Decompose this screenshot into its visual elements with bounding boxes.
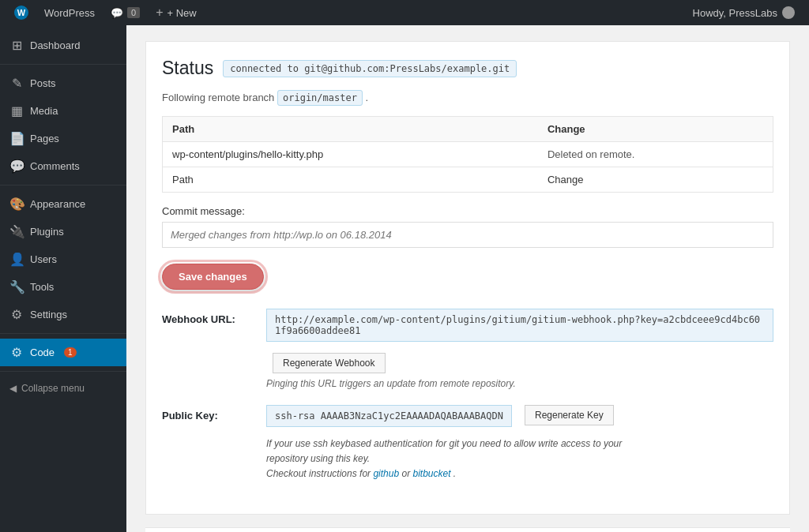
table-cell-path-1: wp-content/plugins/hello-kitty.php — [163, 142, 538, 167]
key-hint-text: If your use ssh keybased authentication … — [266, 436, 773, 482]
active-arrow — [120, 347, 126, 359]
code-badge: 1 — [64, 347, 77, 358]
sidebar-label-settings: Settings — [30, 309, 67, 320]
key-dot: . — [453, 468, 456, 479]
regen-key-button[interactable]: Regenerate Key — [525, 405, 614, 425]
sidebar-item-posts[interactable]: ✎ Posts — [0, 69, 126, 97]
adminbar-new[interactable]: + + New — [148, 0, 205, 25]
sidebar-collapse[interactable]: ◀ Collapse menu — [0, 377, 126, 400]
key-or: or — [401, 468, 410, 479]
avatar — [782, 6, 795, 19]
table-header-row: Path Change — [163, 117, 773, 142]
sidebar-separator-2 — [0, 185, 126, 185]
key-hint-3: Checkout instructions for — [266, 468, 371, 479]
sidebar-separator-1 — [0, 64, 126, 65]
table-cell-change-1: Deleted on remote. — [538, 142, 773, 167]
save-changes-button[interactable]: Save changes — [162, 264, 264, 290]
comments-icon: 💬 — [9, 159, 24, 174]
collapse-arrow-icon: ◀ — [9, 383, 17, 394]
sidebar-label-users: Users — [30, 253, 57, 265]
footer: Thank you for creating with WordPress . … — [145, 527, 790, 532]
commit-section: Commit message: — [162, 205, 773, 248]
pubkey-box: ssh-rsa AAAAB3NzaC1yc2EAAAADAQABAAABAQDN — [266, 405, 512, 427]
pages-icon: 📄 — [9, 131, 24, 146]
content-wrap: Status connected to git@github.com:Press… — [145, 41, 790, 515]
github-link[interactable]: github — [373, 468, 399, 479]
adminbar-howdy[interactable]: Howdy, PressLabs — [685, 6, 803, 19]
status-badge: connected to git@github.com:PressLabs/ex… — [223, 60, 517, 77]
commit-label: Commit message: — [162, 205, 773, 217]
comment-icon: 💬 — [111, 7, 123, 19]
branch-badge: origin/master — [277, 90, 363, 106]
sidebar-label-plugins: Plugins — [30, 226, 64, 238]
following-dot: . — [366, 92, 369, 103]
media-icon: ▦ — [9, 103, 24, 118]
pubkey-row: ssh-rsa AAAAB3NzaC1yc2EAAAADAQABAAABAQDN… — [266, 405, 773, 432]
adminbar-wp-logo[interactable]: W — [6, 0, 36, 25]
commit-input[interactable] — [162, 222, 773, 248]
table-row: wp-content/plugins/hello-kitty.php Delet… — [163, 142, 773, 167]
pubkey-content: ssh-rsa AAAAB3NzaC1yc2EAAAADAQABAAABAQDN… — [266, 405, 773, 482]
code-icon: ⚙ — [9, 345, 24, 360]
status-table: Path Change wp-content/plugins/hello-kit… — [162, 116, 773, 193]
key-hint-1: If your use ssh keybased authentication … — [266, 438, 622, 449]
comments-count: 0 — [127, 7, 140, 18]
sidebar-label-comments: Comments — [30, 160, 80, 172]
pubkey-label: Public Key: — [162, 405, 257, 421]
sidebar-item-appearance[interactable]: 🎨 Appearance — [0, 190, 126, 218]
sidebar-item-code[interactable]: ⚙ Code 1 — [0, 339, 126, 366]
following-branch-text: Following remote branch origin/master . — [162, 92, 773, 103]
appearance-icon: 🎨 — [9, 197, 24, 212]
webhook-content: http://example.com/wp-content/plugins/gi… — [266, 309, 773, 389]
webhook-url-row: http://example.com/wp-content/plugins/gi… — [266, 309, 773, 373]
bitbucket-link[interactable]: bitbucket — [412, 468, 450, 479]
howdy-label: Howdy, PressLabs — [693, 7, 777, 19]
sidebar-item-plugins[interactable]: 🔌 Plugins — [0, 218, 126, 245]
sidebar-label-dashboard: Dashboard — [30, 39, 81, 51]
sidebar-label-appearance: Appearance — [30, 198, 85, 210]
title-text: Status — [162, 58, 213, 79]
table-cell-path-2: Path — [163, 167, 538, 193]
wp-logo-icon: W — [14, 6, 28, 20]
collapse-label: Collapse menu — [21, 383, 85, 394]
sidebar-label-tools: Tools — [30, 281, 54, 293]
sidebar-separator-3 — [0, 333, 126, 334]
sidebar-label-media: Media — [30, 105, 58, 117]
sidebar-item-comments[interactable]: 💬 Comments — [0, 152, 126, 180]
table-cell-change-2: Change — [538, 167, 773, 193]
sidebar-label-code: Code — [30, 347, 55, 358]
users-icon: 👤 — [9, 252, 24, 267]
tools-icon: 🔧 — [9, 279, 24, 294]
page-title: Status connected to git@github.com:Press… — [162, 58, 773, 79]
plugins-icon: 🔌 — [9, 224, 24, 239]
webhook-section: Webhook URL: http://example.com/wp-conte… — [162, 309, 773, 389]
pubkey-section: Public Key: ssh-rsa AAAAB3NzaC1yc2EAAAAD… — [162, 405, 773, 482]
sidebar-label-posts: Posts — [30, 77, 56, 89]
plus-icon: + — [156, 6, 163, 20]
sidebar-item-media[interactable]: ▦ Media — [0, 97, 126, 125]
sidebar-label-pages: Pages — [30, 133, 59, 144]
admin-bar: W WordPress 💬 0 + + New Howdy, PressLabs — [0, 0, 809, 25]
webhook-hint: Pinging this URL triggers an update from… — [266, 378, 773, 389]
table-row: Path Change — [163, 167, 773, 193]
main-content: Status connected to git@github.com:Press… — [126, 25, 809, 532]
key-hint-2: repository using this key. — [266, 453, 370, 464]
dashboard-icon: ⊞ — [9, 38, 24, 53]
webhook-label: Webhook URL: — [162, 309, 257, 325]
sidebar-item-users[interactable]: 👤 Users — [0, 245, 126, 273]
adminbar-comments[interactable]: 💬 0 — [103, 0, 148, 25]
sidebar-item-settings[interactable]: ⚙ Settings — [0, 301, 126, 328]
col-path-header: Path — [163, 117, 538, 142]
settings-icon: ⚙ — [9, 307, 24, 322]
new-label: + New — [167, 7, 197, 19]
adminbar-site-name[interactable]: WordPress — [36, 0, 103, 25]
posts-icon: ✎ — [9, 76, 24, 91]
sidebar: ⊞ Dashboard ✎ Posts ▦ Media 📄 Pages 💬 Co… — [0, 25, 126, 532]
sidebar-item-tools[interactable]: 🔧 Tools — [0, 273, 126, 301]
sidebar-item-dashboard[interactable]: ⊞ Dashboard — [0, 32, 126, 59]
sidebar-item-pages[interactable]: 📄 Pages — [0, 125, 126, 152]
webhook-url-box: http://example.com/wp-content/plugins/gi… — [266, 309, 773, 342]
sidebar-separator-4 — [0, 371, 126, 372]
col-change-header: Change — [538, 117, 773, 142]
regen-webhook-button[interactable]: Regenerate Webhook — [273, 353, 386, 373]
